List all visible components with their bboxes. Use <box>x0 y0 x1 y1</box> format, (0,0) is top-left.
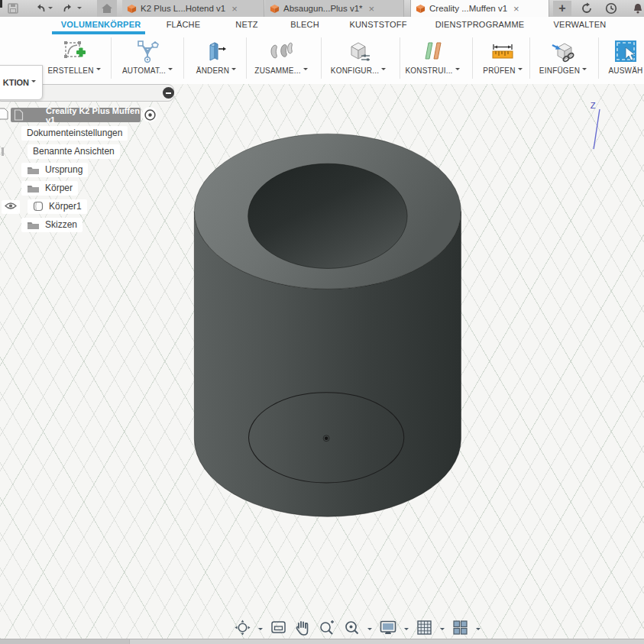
dropdown-caret-icon <box>96 68 101 73</box>
ribbon-tab-kunststoff[interactable]: KUNSTSTOFF <box>349 20 406 29</box>
ribbon-tab-verwalten[interactable]: VERWALTEN <box>554 20 607 29</box>
z-axis-line <box>594 109 600 149</box>
tree-item-label: Körper <box>45 183 73 193</box>
expander-icon[interactable] <box>2 147 4 156</box>
group-label: KONFIGUR... <box>331 66 379 75</box>
tree-item-koerper1[interactable]: Körper1 <box>28 199 87 214</box>
group-konfigurieren[interactable]: KONFIGUR... <box>323 36 393 75</box>
tree-item-label: Ursprung <box>45 164 83 175</box>
new-tab-icon: + <box>558 2 565 15</box>
select-icon <box>613 38 639 64</box>
group-konstruieren[interactable]: KONSTRUI... <box>397 36 468 75</box>
close-tab-icon[interactable]: × <box>369 4 375 14</box>
dropdown-caret-icon <box>231 68 236 73</box>
display-settings-menu-caret[interactable] <box>404 628 409 633</box>
display-settings-icon[interactable] <box>379 619 397 636</box>
close-tab-icon[interactable]: × <box>513 4 519 14</box>
tree-item-koerper[interactable]: Körper <box>21 181 78 196</box>
orbit-icon[interactable] <box>234 619 251 636</box>
visibility-toggle[interactable] <box>2 199 20 214</box>
tree-item-ursprung[interactable]: Ursprung <box>21 163 88 177</box>
window-edge <box>0 0 2 8</box>
activate-component-radio[interactable] <box>142 107 157 122</box>
group-separator <box>321 37 322 79</box>
insert-icon <box>550 39 576 63</box>
group-separator <box>111 37 112 79</box>
browser-collapse-button[interactable] <box>163 87 174 99</box>
pan-hand-icon[interactable] <box>294 619 311 636</box>
tree-item-label: Körper1 <box>49 201 82 212</box>
ribbon-toolbar: ERSTELLEN AUTOMAT... ÄNDERN <box>0 34 644 85</box>
ribbon-tab-blech[interactable]: BLECH <box>290 20 319 29</box>
document-icon <box>0 108 8 120</box>
viewports-menu-caret[interactable] <box>476 628 481 633</box>
group-label: ERSTELLEN <box>47 66 93 75</box>
workspace-selector[interactable]: KTION <box>0 65 43 100</box>
viewport-3d[interactable]: Z R Creality K2 Plus Muffen v1 <box>0 84 644 639</box>
save-icon[interactable] <box>6 2 20 15</box>
model-scene: Z <box>0 84 644 639</box>
browser-root-node[interactable]: Creality K2 Plus Muffen v1 <box>11 108 141 122</box>
cylinder-bore[interactable] <box>248 163 407 268</box>
group-label: AUSWÄH <box>608 66 642 75</box>
group-zusammenfuegen[interactable]: ZUSAMME... <box>246 36 316 75</box>
z-axis-label: Z <box>591 101 596 110</box>
document-tab-active[interactable]: Creality ...Muffen v1 × <box>410 0 549 17</box>
tree-item-skizzen[interactable]: Skizzen <box>21 218 83 232</box>
sync-icon[interactable] <box>580 2 594 15</box>
home-button[interactable] <box>97 0 117 17</box>
timeline-edge-segment <box>0 639 130 644</box>
document-tab-label: K2 Plus L...Hotend v1 <box>141 4 225 13</box>
ribbon-tab-dienstprogramme[interactable]: DIENSTPROGRAMME <box>435 20 525 29</box>
group-auswaehlen[interactable]: AUSWÄH <box>595 36 644 75</box>
tree-item-dokumenteinstellungen[interactable]: Dokumenteinstellungen <box>21 126 128 141</box>
notifications-bell-icon[interactable] <box>631 2 644 15</box>
group-einfuegen[interactable]: EINFÜGEN <box>528 36 598 75</box>
fit-menu-caret[interactable] <box>367 628 372 633</box>
folder-icon <box>27 220 40 230</box>
look-at-icon[interactable] <box>270 619 287 636</box>
recent-clock-icon[interactable] <box>604 2 618 15</box>
ribbon-tab-netz[interactable]: NETZ <box>235 20 258 29</box>
workspace-selector-label: KTION <box>3 78 29 87</box>
new-tab-button[interactable]: + <box>553 1 571 16</box>
close-tab-icon[interactable]: × <box>231 4 238 14</box>
automate-icon <box>134 38 160 64</box>
sketch-center-point[interactable] <box>325 436 328 440</box>
fit-icon[interactable] <box>343 619 361 636</box>
document-tab[interactable]: K2 Plus L...Hotend v1 × <box>122 0 264 17</box>
body-icon <box>33 201 44 212</box>
orbit-menu-caret[interactable] <box>258 628 263 633</box>
document-tab-label: Creality ...Muffen v1 <box>429 4 507 13</box>
group-aendern[interactable]: ÄNDERN <box>181 36 251 75</box>
fusion-window: K2 Plus L...Hotend v1 × Absaugun...Plus … <box>0 0 644 644</box>
undo-icon[interactable] <box>34 2 47 15</box>
ribbon-tab-flaeche[interactable]: FLÄCHE <box>167 20 201 29</box>
ribbon-tab-volumenkoerper[interactable]: VOLUMENKÖRPER <box>61 20 141 29</box>
tree-item-label: Dokumenteinstellungen <box>21 126 128 141</box>
dropdown-caret-icon <box>582 68 587 73</box>
group-automatisieren[interactable]: AUTOMAT... <box>112 36 183 75</box>
folder-icon <box>27 183 40 193</box>
group-label: AUTOMAT... <box>122 66 166 75</box>
tree-item-benannte-ansichten[interactable]: Benannte Ansichten <box>28 144 120 159</box>
document-tab-label: Absaugun...Plus v1* <box>283 4 363 13</box>
document-tab[interactable]: Absaugun...Plus v1* × <box>265 0 404 17</box>
construct-plane-icon <box>419 39 445 63</box>
grid-settings-menu-caret[interactable] <box>440 628 445 633</box>
document-cube-icon <box>127 4 137 14</box>
grid-settings-icon[interactable] <box>416 619 433 636</box>
undo-menu-caret[interactable] <box>48 7 53 11</box>
eye-icon <box>5 202 17 210</box>
zoom-icon[interactable] <box>318 619 336 636</box>
viewports-icon[interactable] <box>451 619 469 636</box>
redo-menu-caret[interactable] <box>77 7 82 11</box>
tree-item-label: Benannte Ansichten <box>28 144 120 159</box>
group-label: EINFÜGEN <box>539 66 580 75</box>
redo-icon[interactable] <box>61 2 75 15</box>
dropdown-caret-icon <box>31 80 36 85</box>
group-erstellen[interactable]: ERSTELLEN <box>39 36 109 75</box>
dropdown-caret-icon <box>381 68 386 73</box>
group-label: ZUSAMME... <box>254 66 300 75</box>
group-label: KONSTRUI... <box>405 66 452 75</box>
